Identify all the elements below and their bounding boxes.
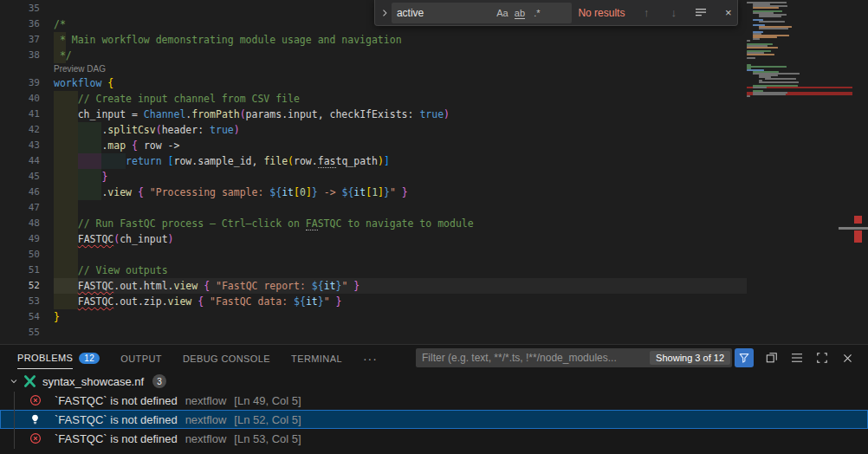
maximize-panel-icon[interactable]: [815, 351, 829, 365]
problem-message: `FASTQC` is not defined: [55, 394, 178, 407]
line-number: 38: [0, 48, 40, 63]
bottom-panel: PROBLEMS12OUTPUTDEBUG CONSOLETERMINAL···…: [0, 344, 868, 454]
problem-source: nextflow: [185, 432, 227, 445]
tab-terminal[interactable]: TERMINAL: [291, 345, 342, 372]
line-number: 44: [0, 153, 40, 169]
code-line-38[interactable]: 38 */: [0, 48, 747, 63]
code-area[interactable]: 3536/*37 * Main workflow demonstrating m…: [0, 1, 747, 340]
code-line-44[interactable]: 44 return [row.sample_id, file(row.fastq…: [0, 153, 747, 169]
line-number: 35: [0, 1, 40, 16]
minimap[interactable]: [747, 2, 852, 106]
line-number: 49: [0, 231, 40, 247]
find-input[interactable]: Aa ab .*: [392, 3, 573, 23]
problem-location: [Ln 53, Col 5]: [234, 432, 301, 445]
file-problem-count-badge: 3: [152, 374, 166, 388]
overview-ruler: [852, 0, 868, 344]
error-icon: [29, 394, 42, 406]
code-line-48[interactable]: 48 // Run FastQC process – Ctrl–click on…: [0, 216, 747, 231]
problem-location: [Ln 52, Col 5]: [234, 413, 301, 426]
line-number: 53: [0, 294, 40, 309]
problems-file-name: syntax_showcase.nf: [42, 375, 144, 388]
indent-band: [54, 200, 78, 216]
find-in-selection-icon[interactable]: [692, 8, 709, 18]
vscode-window: 3536/*37 * Main workflow demonstrating m…: [0, 0, 868, 454]
find-results-label: No results: [578, 7, 628, 19]
view-as-tree-icon[interactable]: [790, 351, 804, 365]
code-line-40[interactable]: 40 // Create input channel from CSV file: [0, 91, 747, 107]
regex-icon[interactable]: .*: [528, 8, 546, 18]
code-line-46[interactable]: 46 .view { "Processing sample: ${it[0]} …: [0, 185, 747, 200]
code-line-39[interactable]: 39workflow {: [0, 75, 747, 91]
whole-word-icon[interactable]: ab: [511, 8, 528, 18]
next-match-icon[interactable]: ↓: [665, 6, 683, 19]
cursor-ruler-mark: [839, 227, 868, 230]
line-number: 41: [0, 107, 40, 122]
line-number: 42: [0, 122, 40, 138]
code-line-41[interactable]: 41 ch_input = Channel.fromPath(params.in…: [0, 107, 747, 122]
code-line-37[interactable]: 37 * Main workflow demonstrating module …: [0, 32, 747, 48]
problem-row[interactable]: `FASTQC` is not definednextflow[Ln 52, C…: [0, 410, 868, 429]
close-panel-icon[interactable]: [840, 351, 854, 365]
line-number: 55: [0, 325, 40, 340]
panel-title-bar: PROBLEMS12OUTPUTDEBUG CONSOLETERMINAL···…: [0, 345, 868, 372]
tab-debug-console[interactable]: DEBUG CONSOLE: [183, 345, 270, 372]
line-number: 47: [0, 200, 40, 216]
code-line-43[interactable]: 43 .map { row ->: [0, 138, 747, 153]
line-number: 45: [0, 169, 40, 185]
problem-message: `FASTQC` is not defined: [55, 413, 178, 426]
close-icon[interactable]: ×: [720, 6, 737, 19]
line-number: 51: [0, 263, 40, 278]
indent-band: [54, 247, 78, 263]
problems-count-badge: 12: [79, 353, 100, 364]
code-line-47[interactable]: 47: [0, 200, 747, 216]
problems-list: syntax_showcase.nf3`FASTQC` is not defin…: [0, 372, 868, 448]
codelens-preview-dag[interactable]: Preview DAG: [0, 63, 747, 75]
chevron-down-icon[interactable]: [7, 376, 21, 386]
problem-row[interactable]: `FASTQC` is not definednextflow[Ln 53, C…: [0, 429, 868, 448]
code-line-52[interactable]: 52 FASTQC.out.html.view { "FastQC report…: [0, 278, 747, 294]
error-ruler-mark: [854, 230, 862, 243]
previous-match-icon[interactable]: ↑: [638, 6, 655, 19]
line-number: 37: [0, 32, 40, 48]
panel-tabs: PROBLEMS12OUTPUTDEBUG CONSOLETERMINAL···: [0, 345, 378, 372]
code-line-49[interactable]: 49 FASTQC(ch_input): [0, 231, 747, 247]
lightbulb-icon[interactable]: [29, 413, 42, 425]
error-icon: [29, 432, 42, 444]
code-line-51[interactable]: 51 // View outputs: [0, 263, 747, 278]
line-number: 36: [0, 16, 40, 32]
chevron-right-icon[interactable]: [379, 8, 392, 18]
line-number: 48: [0, 216, 40, 231]
problem-source: nextflow: [185, 394, 227, 407]
line-number: 46: [0, 185, 40, 200]
group-by-icon[interactable]: [765, 351, 779, 365]
minimap-line: [747, 97, 852, 99]
code-line-42[interactable]: 42 .splitCsv(header: true): [0, 122, 747, 138]
filter-icon[interactable]: [735, 348, 754, 367]
tab-problems[interactable]: PROBLEMS12: [17, 345, 100, 372]
filter-input[interactable]: [416, 352, 650, 364]
code-line-50[interactable]: 50: [0, 247, 747, 263]
filter-count-badge: Showing 3 of 12: [650, 351, 730, 365]
nextflow-file-icon: [23, 375, 37, 387]
match-case-icon[interactable]: Aa: [494, 8, 511, 18]
line-number: 40: [0, 91, 40, 107]
problems-file-group[interactable]: syntax_showcase.nf3: [0, 372, 868, 391]
panel-actions: Showing 3 of 12: [416, 348, 854, 367]
editor: 3536/*37 * Main workflow demonstrating m…: [0, 0, 868, 344]
tree-indent-guide: [14, 392, 15, 449]
code-line-53[interactable]: 53 FASTQC.out.zip.view { "FastQC data: $…: [0, 294, 747, 309]
panel-more-actions[interactable]: ···: [363, 345, 378, 372]
problem-message: `FASTQC` is not defined: [55, 432, 178, 445]
find-input-field[interactable]: [392, 7, 494, 19]
problems-filter[interactable]: Showing 3 of 12: [416, 348, 732, 367]
error-ruler-mark: [854, 216, 862, 224]
code-line-45[interactable]: 45 }: [0, 169, 747, 185]
line-number: 39: [0, 75, 40, 91]
code-line-55[interactable]: 55: [0, 325, 747, 340]
problem-source: nextflow: [185, 413, 227, 426]
code-line-54[interactable]: 54}: [0, 309, 747, 325]
line-number: 52: [0, 278, 40, 294]
tab-output[interactable]: OUTPUT: [120, 345, 162, 372]
problem-row[interactable]: `FASTQC` is not definednextflow[Ln 49, C…: [0, 391, 868, 410]
line-number: 54: [0, 309, 40, 325]
